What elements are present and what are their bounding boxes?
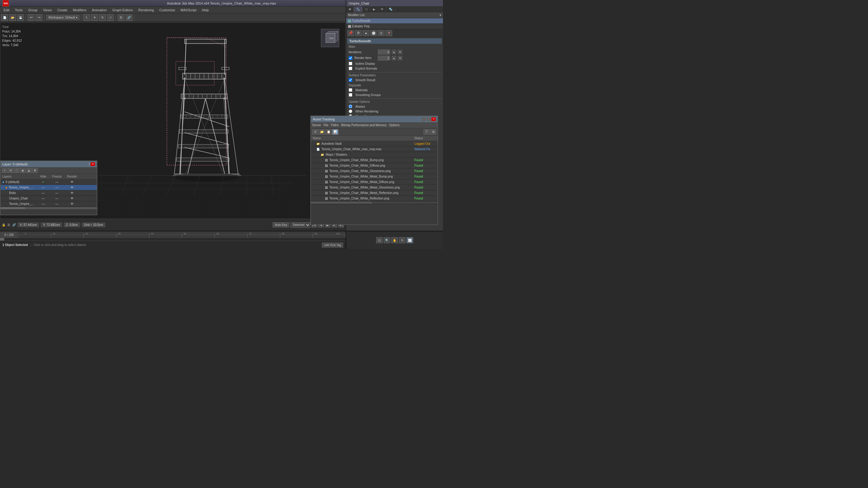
- ts-smoothing-groups-check[interactable]: [349, 93, 352, 97]
- at-minimize-btn[interactable]: —: [422, 117, 426, 121]
- tab-modify[interactable]: 🔧: [354, 7, 363, 12]
- at-row-5[interactable]: 🖼 Tennis_Umpire_Chair_White_Glossiness.p…: [311, 168, 437, 174]
- addtimetag-btn[interactable]: Add Time Tag: [322, 242, 343, 248]
- at-help-btn[interactable]: ?: [424, 129, 430, 135]
- at-menu-server[interactable]: Server: [312, 124, 321, 127]
- selected-dropdown[interactable]: Selected: [290, 222, 310, 228]
- lp-row-1[interactable]: ■ Tennis_Umpire_Chair_White — — 👁: [1, 185, 97, 190]
- viewport-cube[interactable]: TOP: [321, 29, 339, 47]
- ts-riter-down[interactable]: ▼: [398, 56, 402, 60]
- ts-explicit-normals-check[interactable]: [349, 67, 352, 70]
- lp-add-btn[interactable]: ➕: [14, 168, 20, 173]
- ts-iter-down[interactable]: ▼: [398, 50, 402, 54]
- vp-zoom-btn[interactable]: 🔍: [384, 237, 390, 243]
- menu-modifiers[interactable]: Modifiers: [70, 8, 89, 12]
- workspace-dropdown[interactable]: Workspace: Default ▾: [46, 15, 80, 20]
- at-menu-paths[interactable]: Paths: [331, 124, 339, 127]
- menu-views[interactable]: Views: [40, 8, 54, 12]
- tab-hierarchy[interactable]: ⬡: [363, 7, 371, 12]
- at-row-3[interactable]: 🖼 Tennis_Umpire_Chair_White_Bump.png Fou…: [311, 158, 437, 163]
- open-btn[interactable]: 📂: [9, 14, 16, 21]
- vp-maximizetoggle-btn[interactable]: ⬜: [406, 237, 413, 243]
- menu-tools[interactable]: Tools: [12, 8, 25, 12]
- at-browse-btn[interactable]: 📁: [319, 129, 325, 135]
- menu-maxscript[interactable]: MAXScript: [178, 8, 199, 12]
- tab-create[interactable]: ✚: [346, 7, 354, 12]
- make-unique-btn[interactable]: ◎: [378, 30, 384, 36]
- select-btn[interactable]: ↖: [83, 14, 90, 21]
- at-menu-options[interactable]: Options: [389, 124, 400, 127]
- at-menu-file[interactable]: File: [323, 124, 328, 127]
- at-row-1[interactable]: 📄 Tennis_Umpire_Chair_White_max_vray.max…: [311, 147, 437, 152]
- at-menu-bitmap-perf[interactable]: Bitmap Performance and Memory: [341, 124, 387, 127]
- at-close-btn[interactable]: ✕: [431, 117, 436, 121]
- at-row-0[interactable]: 📁 Autodesk Vault Logged Out: [311, 141, 437, 147]
- timeline-current[interactable]: 0 / 100: [0, 231, 18, 238]
- ts-riter-up[interactable]: ▲: [392, 56, 396, 60]
- lp-new-btn[interactable]: +: [2, 168, 7, 173]
- rotate-btn[interactable]: ↻: [99, 14, 106, 21]
- lp-delete-btn[interactable]: ✕: [8, 168, 13, 173]
- lp-row-3[interactable]: Umpire_Chair — — 👁: [1, 196, 97, 201]
- lp-select-btn[interactable]: ◈: [20, 168, 26, 173]
- at-row-4[interactable]: 🖼 Tennis_Umpire_Chair_White_Diffuse.png …: [311, 163, 437, 168]
- menu-rendering[interactable]: Rendering: [136, 8, 156, 12]
- save-btn[interactable]: 💾: [17, 14, 24, 21]
- undo-btn[interactable]: ↩: [28, 14, 34, 21]
- at-row-2[interactable]: 📁 Maps / Shaders: [311, 152, 437, 158]
- ts-iterations-input[interactable]: [378, 50, 390, 55]
- at-refresh-btn[interactable]: ↺: [312, 129, 318, 135]
- tab-motion[interactable]: ▶: [371, 7, 378, 12]
- new-btn[interactable]: 📄: [1, 14, 8, 21]
- at-row-9[interactable]: 🖼 Tennis_Umpire_Chair_White_Metal_Reflec…: [311, 190, 437, 196]
- menu-edit[interactable]: Edit: [1, 8, 12, 12]
- vp-pan-btn[interactable]: ✋: [391, 237, 398, 243]
- lp-scrollbar-thumb[interactable]: [1, 207, 25, 209]
- lp-scrollbar[interactable]: [1, 207, 97, 209]
- at-absolute-btn[interactable]: 📊: [332, 129, 338, 135]
- modifier-turbosmooh[interactable]: TurboSmooth: [346, 18, 443, 24]
- at-settings-btn[interactable]: ⚙: [430, 129, 436, 135]
- menu-create[interactable]: Create: [55, 8, 70, 12]
- timeline-ruler[interactable]: 0 / 100 0 10 20 30 40 50 60: [0, 231, 346, 238]
- ts-smooth-result-check[interactable]: [349, 78, 352, 82]
- show-result-btn[interactable]: ⬤: [370, 30, 377, 36]
- tab-utilities[interactable]: 🔩: [386, 7, 395, 12]
- on-btn[interactable]: ●: [363, 30, 369, 36]
- menu-help[interactable]: Help: [199, 8, 212, 12]
- timeline-bar[interactable]: 0 10 20 30 40 50 60 70 80 90 1: [18, 231, 346, 238]
- remove-btn[interactable]: ✕: [385, 30, 392, 36]
- lp-up-btn[interactable]: ▲: [26, 168, 32, 173]
- at-row-10[interactable]: 🖼 Tennis_Umpire_Chair_White_Reflection.p…: [311, 196, 437, 201]
- tab-display[interactable]: 👁: [378, 7, 386, 12]
- at-row-8[interactable]: 🖼 Tennis_Umpire_Chair_White_Metal_Glossi…: [311, 185, 437, 190]
- ts-renderiters-check[interactable]: [349, 56, 352, 60]
- lp-row-2[interactable]: Bolts — — 👁: [1, 190, 97, 196]
- at-row-6[interactable]: 🖼 Tennis_Umpire_Chair_White_Metal_Bump.p…: [311, 174, 437, 180]
- redo-btn[interactable]: ↪: [36, 14, 42, 21]
- ts-renderiters-input[interactable]: [378, 56, 390, 61]
- lp-down-btn[interactable]: ▼: [32, 168, 38, 173]
- lp-row-0[interactable]: ■ 0 (default) ✓ — 👁: [1, 180, 97, 185]
- modifier-list-arrow[interactable]: ▾: [440, 13, 441, 17]
- menu-group[interactable]: Group: [26, 8, 40, 12]
- ts-isoline-check[interactable]: [349, 62, 352, 65]
- pin-btn[interactable]: 📌: [347, 30, 354, 36]
- at-copy-btn[interactable]: 📋: [326, 129, 332, 135]
- configure-btn[interactable]: ⚙: [355, 30, 362, 36]
- ts-always-radio[interactable]: [349, 105, 352, 108]
- at-scrollbar-thumb[interactable]: [311, 202, 372, 204]
- scale-btn[interactable]: ⤢: [107, 14, 114, 21]
- ts-whenrendering-radio[interactable]: [349, 109, 352, 113]
- menu-graph-editors[interactable]: Graph Editors: [110, 8, 135, 12]
- menu-animation[interactable]: Animation: [89, 8, 109, 12]
- snap-btn[interactable]: 🔗: [126, 14, 132, 21]
- ts-materials-check[interactable]: [349, 88, 352, 92]
- lp-close-btn[interactable]: ✕: [91, 162, 95, 166]
- menu-customize[interactable]: Customize: [157, 8, 178, 12]
- at-maximize-btn[interactable]: □: [427, 117, 431, 121]
- vp-zoom-extents-btn[interactable]: ⊡: [376, 237, 383, 243]
- vp-orbit-btn[interactable]: ↻: [399, 237, 406, 243]
- modifier-editable-poly[interactable]: Editable Poly: [346, 24, 443, 29]
- at-row-7[interactable]: 🖼 Tennis_Umpire_Chair_White_Metal_Diffus…: [311, 180, 437, 185]
